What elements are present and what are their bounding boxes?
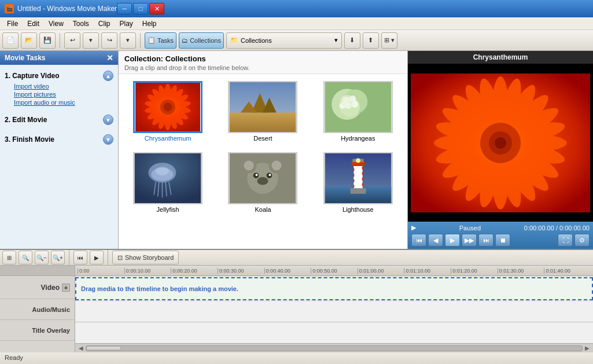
svg-rect-64 xyxy=(350,188,366,194)
preview-play-button[interactable]: ▶ xyxy=(445,234,460,247)
new-button[interactable]: 📄 xyxy=(2,32,19,49)
preview-stop-button[interactable]: ⏹ xyxy=(495,234,510,247)
media-item-lighthouse[interactable]: Lighthouse xyxy=(314,150,403,215)
import-pictures-link[interactable]: Import pictures xyxy=(5,90,113,98)
video-track[interactable]: Drag media to the timeline to begin maki… xyxy=(75,277,593,300)
collections-panel: Collection: Collections Drag a clip and … xyxy=(119,51,408,249)
timeline-scrollbar[interactable]: ◀ ▶ xyxy=(75,343,593,352)
svg-point-92 xyxy=(495,137,506,149)
ruler-tick-2: 0:00:20.00 xyxy=(171,268,218,274)
finish-movie-title[interactable]: 3. Finish Movie ▼ xyxy=(5,133,113,146)
undo-button[interactable]: ↩ xyxy=(64,32,80,49)
scroll-thumb[interactable] xyxy=(86,346,121,351)
scroll-track[interactable] xyxy=(86,345,583,351)
dropdown-arrow-icon: ▾ xyxy=(334,36,338,44)
collection-subtitle: Drag a clip and drop it on the timeline … xyxy=(124,64,402,71)
app-icon: 🎬 xyxy=(5,4,14,13)
menu-tools[interactable]: Tools xyxy=(68,19,94,29)
menu-clip[interactable]: Clip xyxy=(94,19,115,29)
capture-expand-icon[interactable]: ▲ xyxy=(103,71,113,81)
menu-play[interactable]: Play xyxy=(115,19,138,29)
audio-track[interactable] xyxy=(75,302,593,322)
close-button[interactable]: ✕ xyxy=(149,3,164,14)
collection-content: Chrysanthemum xyxy=(119,74,407,249)
media-item-chrysanthemum[interactable]: Chrysanthemum xyxy=(123,79,212,144)
view-button[interactable]: ⊞▾ xyxy=(381,32,397,49)
media-item-jellyfish[interactable]: Jellyfish xyxy=(123,150,212,215)
timeline-zoom-in-button[interactable]: 🔍+ xyxy=(51,251,65,264)
preview-fullscreen-button[interactable]: ⛶ xyxy=(558,234,573,247)
capture-video-section: 1. Capture Video ▲ Import video Import p… xyxy=(5,69,113,106)
edit-expand-icon[interactable]: ▼ xyxy=(103,115,113,125)
tasks-panel-close-button[interactable]: ✕ xyxy=(106,53,113,62)
video-drop-hint: Drag media to the timeline to begin maki… xyxy=(81,285,238,292)
track-labels: Video + Audio/Music Title Overlay xyxy=(0,266,75,352)
preview-settings-button[interactable]: ⚙ xyxy=(574,234,590,247)
timeline-zoom-fit-button[interactable]: ⊞ xyxy=(2,251,16,264)
show-storyboard-button[interactable]: ⊡ Show Storyboard xyxy=(112,251,179,264)
ruler-tick-7: 0:01:10.00 xyxy=(404,268,451,274)
capture-video-title[interactable]: 1. Capture Video ▲ xyxy=(5,69,113,82)
timeline-separator-2 xyxy=(108,250,108,265)
maximize-button[interactable]: □ xyxy=(133,3,148,14)
import-video-link[interactable]: Import video xyxy=(5,82,113,90)
menu-edit[interactable]: Edit xyxy=(23,19,44,29)
finish-expand-icon[interactable]: ▼ xyxy=(103,134,113,145)
preview-status-bar: ▶ Paused 0:00:00.00 / 0:00:00.00 xyxy=(411,224,590,231)
preview-skip-end-button[interactable]: ⏭ xyxy=(478,234,493,247)
undo-dropdown[interactable]: ▾ xyxy=(83,32,99,49)
ruler-tick-6: 0:01:00.00 xyxy=(358,268,404,274)
tasks-panel-header: Movie Tasks ✕ xyxy=(0,51,118,65)
minimize-button[interactable]: ─ xyxy=(117,3,132,14)
scroll-left-button[interactable]: ◀ xyxy=(76,345,86,351)
menu-help[interactable]: Help xyxy=(138,19,161,29)
open-icon: 📂 xyxy=(25,36,33,44)
timeline-search-button[interactable]: 🔍 xyxy=(19,251,32,264)
redo-button[interactable]: ↪ xyxy=(101,32,117,49)
timeline-zoom-out-button[interactable]: 🔍− xyxy=(35,251,49,264)
import-audio-link[interactable]: Import audio or music xyxy=(5,98,113,106)
export-button[interactable]: ⬆ xyxy=(363,32,379,49)
main-area: Movie Tasks ✕ 1. Capture Video ▲ Import … xyxy=(0,51,593,249)
import-button[interactable]: ⬇ xyxy=(344,32,360,49)
preview-skip-start-button[interactable]: ⏮ xyxy=(411,234,426,247)
toolbar: 📄 📂 💾 ↩ ▾ ↪ ▾ 📋 Tasks 🗂 Collections 📁 Co… xyxy=(0,30,593,51)
export-icon: ⬆ xyxy=(368,36,373,44)
svg-point-56 xyxy=(269,174,271,176)
timeline-content: Video + Audio/Music Title Overlay 0:00 0… xyxy=(0,266,593,352)
tasks-icon: 📋 xyxy=(148,36,156,44)
menu-view[interactable]: View xyxy=(44,19,68,29)
media-label-hydrangeas: Hydrangeas xyxy=(341,135,375,142)
media-item-hydrangeas[interactable]: Hydrangeas xyxy=(314,79,403,144)
preview-next-frame-button[interactable]: ▶▶ xyxy=(462,234,477,247)
ruler-tick-8: 0:01:20.00 xyxy=(451,268,498,274)
toolbar-separator-1 xyxy=(60,33,60,48)
media-item-desert[interactable]: Desert xyxy=(218,79,307,144)
scroll-right-button[interactable]: ▶ xyxy=(583,345,592,351)
timeline-rewind-button[interactable]: ⏮ xyxy=(73,251,87,264)
svg-point-21 xyxy=(164,103,172,112)
tasks-button[interactable]: 📋 Tasks xyxy=(145,32,176,49)
save-button[interactable]: 💾 xyxy=(39,32,56,49)
media-label-lighthouse: Lighthouse xyxy=(342,206,374,213)
collections-tab-button[interactable]: 🗂 Collections xyxy=(179,32,224,49)
title-overlay-track[interactable] xyxy=(75,322,593,343)
ruler-tick-0: 0:00 xyxy=(78,268,124,274)
preview-prev-frame-button[interactable]: ◀ xyxy=(428,234,443,247)
timeline-play-button[interactable]: ▶ xyxy=(90,251,104,264)
video-add-button[interactable]: + xyxy=(62,284,70,292)
window-title: Untitled - Windows Movie Maker xyxy=(17,5,117,13)
media-item-koala[interactable]: Koala xyxy=(218,150,307,215)
status-text: Ready xyxy=(5,354,23,361)
collections-icon: 🗂 xyxy=(182,37,188,44)
media-thumb-desert xyxy=(228,81,297,133)
edit-movie-title[interactable]: 2. Edit Movie ▼ xyxy=(5,113,113,126)
svg-point-51 xyxy=(272,160,282,170)
redo-dropdown[interactable]: ▾ xyxy=(120,32,136,49)
open-button[interactable]: 📂 xyxy=(21,32,37,49)
finish-movie-section: 3. Finish Movie ▼ xyxy=(5,133,113,146)
menu-file[interactable]: File xyxy=(2,19,23,29)
redo-icon: ↪ xyxy=(107,36,112,44)
audio-track-label: Audio/Music xyxy=(0,299,75,320)
collections-dropdown[interactable]: 📁 Collections ▾ xyxy=(226,32,342,49)
